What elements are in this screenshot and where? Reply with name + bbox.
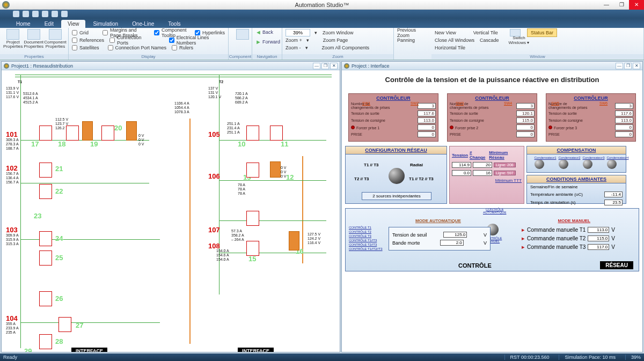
- sources-button[interactable]: 2 sources indépendantes: [362, 192, 431, 200]
- component-box[interactable]: [39, 184, 52, 199]
- c1-force-value[interactable]: 0: [418, 124, 436, 130]
- man-t3-value[interactable]: 117.0: [588, 244, 609, 250]
- ligne-597-button[interactable]: Ligne: 597: [494, 171, 516, 175]
- tension-v1[interactable]: 114.9: [452, 162, 471, 168]
- zoom-all-button[interactable]: Zoom All Components: [322, 45, 370, 50]
- status-bar-toggle[interactable]: Status Bar: [527, 28, 557, 37]
- component-box[interactable]: [246, 241, 259, 256]
- ctrl-link-t1t2t3[interactable]: CONTRÔLE T1//T2//T3: [349, 247, 383, 251]
- seuil-value[interactable]: 125.0: [443, 232, 467, 238]
- document-properties-button[interactable]: Document Properties: [24, 29, 43, 49]
- qat-pause-icon[interactable]: [52, 11, 58, 17]
- pane-close-button[interactable]: ✕: [330, 63, 338, 69]
- cond-r3-value[interactable]: 23.5: [604, 200, 623, 205]
- hmi-canvas[interactable]: Contrôle de la tension et de la puissanc…: [342, 70, 642, 352]
- ctrl-link-t2[interactable]: CONTRÔLE T2: [349, 230, 383, 233]
- rulers-checkbox[interactable]: [172, 45, 177, 50]
- component-box[interactable]: [39, 251, 52, 266]
- config-selector-knob[interactable]: [389, 168, 405, 184]
- vertical-tile-button[interactable]: Vertical Tile: [473, 30, 498, 35]
- cond-r2-value[interactable]: -11.4: [604, 191, 623, 197]
- c1-nchg-value[interactable]: 3: [418, 103, 436, 109]
- connection-ports-checkbox[interactable]: [109, 38, 115, 43]
- c2-prise-value[interactable]: 0: [516, 131, 535, 137]
- qat-redo-icon[interactable]: [32, 11, 39, 17]
- component-button[interactable]: [232, 29, 253, 40]
- component-box[interactable]: [39, 291, 52, 306]
- references-checkbox[interactable]: [72, 38, 77, 43]
- cascade-button[interactable]: Cascade: [480, 38, 499, 43]
- tab-simulation[interactable]: Simulation: [86, 20, 125, 28]
- zoom-plus-button[interactable]: Zoom +: [286, 38, 302, 43]
- c3-tcons-value[interactable]: 113.0: [615, 117, 633, 123]
- component-transformer[interactable]: [289, 231, 299, 251]
- tension-c2[interactable]: 16: [473, 170, 492, 176]
- component-transformer[interactable]: [270, 161, 281, 178]
- schematic-canvas[interactable]: T1 T2 133.9 V 131.1 V 117.6 V 5312.6 A 4…: [2, 70, 340, 352]
- tab-tools[interactable]: Tools: [162, 20, 187, 28]
- pane-min-button[interactable]: —: [313, 63, 320, 69]
- component-box[interactable]: [39, 163, 52, 178]
- man-t1-value[interactable]: 113.0: [588, 227, 609, 233]
- project-properties-button[interactable]: Project Properties: [3, 29, 23, 49]
- c1-prise-value[interactable]: 0: [418, 131, 436, 137]
- component-box[interactable]: [246, 126, 259, 141]
- port-names-checkbox[interactable]: [108, 45, 113, 50]
- component-box[interactable]: [39, 126, 52, 141]
- component-properties-button[interactable]: Component Properties: [45, 29, 66, 49]
- satellites-checkbox[interactable]: [72, 45, 77, 50]
- component-box[interactable]: [270, 126, 283, 141]
- c3-nchg-value[interactable]: 3: [615, 103, 633, 109]
- qat-run-icon[interactable]: [42, 11, 48, 17]
- electrical-lines-checkbox[interactable]: [169, 38, 174, 43]
- minimize-button[interactable]: —: [599, 0, 614, 10]
- man-t2-value[interactable]: 115.0: [588, 235, 609, 241]
- ctrl-link-t1t3[interactable]: CONTRÔLE T1//T3: [349, 239, 383, 242]
- c3-prise-value[interactable]: 0: [615, 131, 633, 137]
- tooltip-checkbox[interactable]: [154, 30, 159, 35]
- ctrl-link-t1[interactable]: CONTRÔLE T1: [349, 226, 383, 229]
- c3-force-value[interactable]: 0: [615, 124, 633, 130]
- tab-edit[interactable]: Edit: [38, 20, 60, 28]
- horizontal-tile-button[interactable]: Horizontal Tile: [435, 45, 465, 50]
- component-box[interactable]: [39, 231, 52, 246]
- pane-max-button[interactable]: ❐: [321, 63, 329, 69]
- condensateur-3-toggle[interactable]: [583, 159, 592, 169]
- margins-checkbox[interactable]: [103, 30, 108, 35]
- reseau-button[interactable]: RÉSEAU: [600, 261, 633, 269]
- grid-checkbox[interactable]: [72, 30, 77, 35]
- component-transformer[interactable]: [126, 121, 137, 141]
- pane-max-button[interactable]: ❐: [624, 63, 632, 69]
- close-all-windows-button[interactable]: Close All Windows: [435, 38, 474, 43]
- ctrl-link-t3[interactable]: CONTRÔLE T3: [349, 234, 383, 238]
- component-box[interactable]: [58, 317, 71, 332]
- component-transformer[interactable]: [82, 121, 93, 141]
- tab-view[interactable]: View: [61, 20, 86, 28]
- c2-nchg-value[interactable]: 3: [516, 103, 535, 109]
- zoom-percent-input[interactable]: [286, 29, 310, 36]
- c1-tcons-value[interactable]: 113.0: [418, 117, 436, 123]
- zoom-window-button[interactable]: Zoom Window: [323, 30, 354, 35]
- close-button[interactable]: ✕: [629, 0, 644, 10]
- component-box[interactable]: [246, 163, 259, 178]
- qat-stop-icon[interactable]: [61, 11, 68, 17]
- pane-close-button[interactable]: ✕: [633, 63, 640, 69]
- component-box[interactable]: [66, 126, 79, 141]
- tab-oneline[interactable]: One-Line: [126, 20, 160, 28]
- bande-value[interactable]: 2.0: [440, 240, 464, 246]
- maximize-button[interactable]: ❐: [614, 0, 629, 10]
- c1-tsort-value[interactable]: 117.6: [418, 110, 436, 116]
- ligne-208-button[interactable]: Ligne: 208: [494, 163, 516, 167]
- tab-home[interactable]: Home: [10, 20, 37, 28]
- component-box[interactable]: [101, 126, 114, 141]
- tension-v2[interactable]: 0.0: [452, 170, 471, 176]
- tension-c1[interactable]: 20: [473, 162, 492, 168]
- pane-min-button[interactable]: —: [616, 63, 623, 69]
- condensateur-2-toggle[interactable]: [559, 159, 568, 169]
- c3-tsort-value[interactable]: 117.6: [615, 110, 633, 116]
- back-button[interactable]: ◄Back: [255, 29, 279, 35]
- zoom-page-button[interactable]: Zoom Page: [323, 38, 348, 43]
- panning-button[interactable]: Panning: [397, 38, 415, 43]
- condensateur-4-toggle[interactable]: [607, 159, 617, 169]
- forward-button[interactable]: ►Forward: [255, 39, 279, 45]
